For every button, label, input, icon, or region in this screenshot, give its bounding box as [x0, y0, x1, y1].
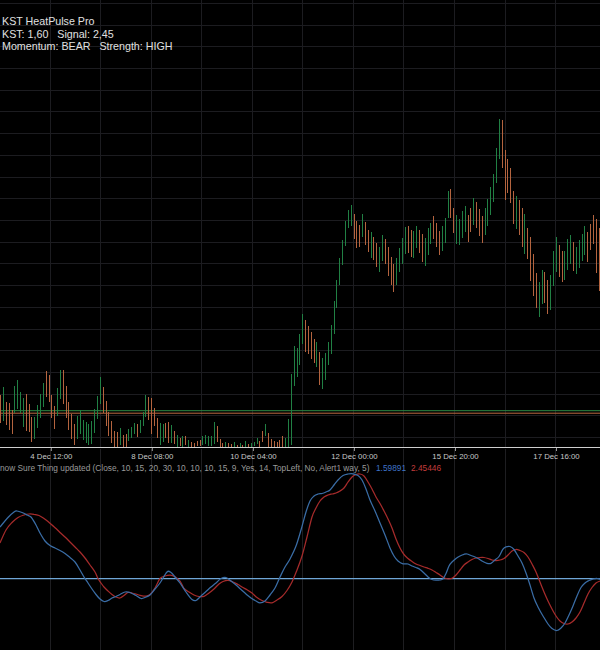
svg-text:4 Dec 12:00: 4 Dec 12:00	[30, 452, 73, 461]
svg-text:8 Dec 08:00: 8 Dec 08:00	[131, 452, 174, 461]
svg-text:2.45446: 2.45446	[411, 463, 441, 473]
svg-text:15 Dec 20:00: 15 Dec 20:00	[432, 452, 479, 461]
svg-text:Momentum: BEAR Strength: HIG: Momentum: BEAR Strength: HIGH	[2, 40, 172, 52]
svg-text:10 Dec 04:00: 10 Dec 04:00	[230, 452, 277, 461]
svg-text:12 Dec 00:00: 12 Dec 00:00	[331, 452, 378, 461]
svg-text:KST HeatPulse Pro: KST HeatPulse Pro	[2, 15, 95, 27]
svg-text:KST: 1,60 Signal: 2,45: KST: 1,60 Signal: 2,45	[2, 28, 114, 40]
svg-text:17 Dec 16:00: 17 Dec 16:00	[533, 452, 580, 461]
svg-text:now Sure Thing updated (Close,: now Sure Thing updated (Close, 10, 15, 2…	[0, 463, 370, 473]
svg-text:1.59891: 1.59891	[376, 463, 406, 473]
